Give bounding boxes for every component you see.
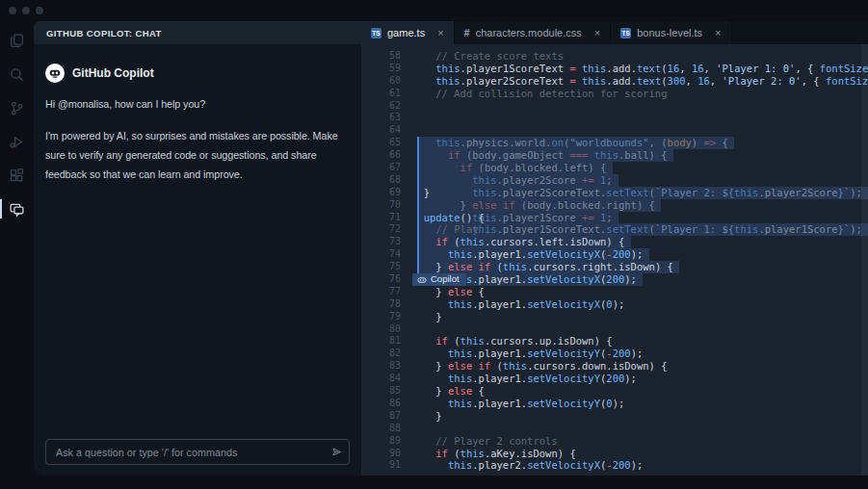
code-line[interactable]: 69 this.player2ScoreText.setText(`Player… [361,187,868,199]
code-line[interactable]: 62 [361,100,868,113]
extensions-icon[interactable] [0,167,34,184]
tab-close-icon[interactable]: × [594,28,600,39]
explorer-icon[interactable] [0,32,34,49]
code-line[interactable]: 73 if (this.cursors.left.isDown) { [361,236,868,248]
code-line[interactable]: 59 this.player1ScoreText = this.add.text… [361,63,868,75]
line-number: 70 [361,199,401,212]
chat-body: GitHub Copilot Hi @monalisa, how can I h… [34,44,361,476]
code-line[interactable]: 65 this.physics.world.on("worldbounds", … [361,137,868,149]
run-debug-icon[interactable] [0,133,34,150]
tab-label: characters.module.css [476,27,582,39]
bot-name: GitHub Copilot [72,66,154,80]
editor-tab-bar: TS game.ts × # characters.module.css × T… [361,21,868,44]
code-line[interactable]: 83 } else if (this.cursors.down.isDown) … [361,360,868,373]
code-line[interactable]: 68 this.player2Score += 1; [361,174,868,187]
code-line[interactable]: 63 [361,112,868,124]
line-number: 89 [361,435,401,448]
css-file-icon: # [464,28,470,39]
copilot-inline-chip: Copilot [412,273,466,286]
code-line[interactable]: 76 this.player1.setVelocityX(200); Copil… [361,273,868,286]
line-number: 62 [361,100,401,113]
code-line[interactable]: 74 this.player1.setVelocityX(-200); [361,248,868,261]
code-line[interactable]: 80 [361,323,868,336]
line-number: 87 [361,410,401,423]
tab-label: bonus-level.ts [637,27,702,39]
chat-disclaimer: I'm powered by AI, so surprises and mist… [45,126,355,184]
line-number: 88 [361,423,401,435]
code-line[interactable]: 91 this.player2.setVelocityX(-200); [361,459,868,472]
typescript-file-icon: TS [371,28,381,39]
chat-input[interactable] [46,447,324,458]
code-line[interactable]: 79 } [361,311,868,323]
send-icon[interactable] [324,440,349,464]
code-line[interactable]: 77 } else { [361,286,868,298]
line-number: 63 [361,112,401,124]
line-number: 83 [361,360,401,373]
code-line[interactable]: 87 } [361,410,868,423]
code-lines: 58 // Create score texts59 this.player1S… [361,50,868,472]
tab-game-ts[interactable]: TS game.ts × [361,21,455,44]
code-line[interactable]: 81 if (this.cursors.up.isDown) { [361,335,868,347]
source-control-icon[interactable] [0,99,34,116]
titlebar [0,0,868,21]
editor-pane: TS game.ts × # characters.module.css × T… [361,21,868,476]
code-editor[interactable]: 58 // Create score texts59 this.player1S… [361,44,868,476]
tab-close-icon[interactable]: × [715,28,721,39]
line-number: 91 [361,459,401,472]
line-number: 80 [361,323,401,336]
code-line[interactable]: 86 this.player1.setVelocityY(0); [361,398,868,410]
window-close-button[interactable] [9,7,16,14]
line-number: 74 [361,248,401,261]
line-number: 68 [361,174,401,187]
line-number: 64 [361,124,401,137]
line-number: 85 [361,385,401,398]
line-number: 71 [361,212,401,224]
line-number: 84 [361,373,401,385]
code-line[interactable]: 64 [361,124,868,137]
line-number: 77 [361,286,401,298]
line-number: 60 [361,75,401,88]
code-line[interactable]: 61 // Add collision detection for scorin… [361,88,868,100]
tab-label: game.ts [387,27,425,39]
line-number: 86 [361,398,401,410]
window-maximize-button[interactable] [36,7,43,14]
line-number: 61 [361,88,401,100]
code-line[interactable]: 82 this.player1.setVelocityY(-200); [361,347,868,360]
line-number: 75 [361,261,401,273]
tab-close-icon[interactable]: × [437,28,443,39]
code-line[interactable]: 84 this.player1.setVelocityY(200); [361,373,868,385]
code-line[interactable]: 72 this.player1ScoreText.setText(`Player… [361,223,868,236]
window-minimize-button[interactable] [22,7,30,14]
editor-scrollbar[interactable] [861,44,868,476]
code-line[interactable]: 90 if (this.aKey.isDown) { [361,448,868,460]
line-number: 58 [361,50,401,63]
tab-bonus-level-ts[interactable]: TS bonus-level.ts × [611,21,731,44]
line-number: 79 [361,311,401,323]
line-number: 78 [361,298,401,311]
code-line[interactable]: 71 this.player1Score += 1; update() { [361,212,868,224]
chat-greeting: Hi @monalisa, how can I help you? [45,98,350,110]
line-number: 72 [361,223,401,236]
line-number: 59 [361,63,401,75]
line-number: 82 [361,347,401,360]
code-line[interactable]: 85 } else { [361,385,868,398]
code-line[interactable]: 75 } else if (this.cursors.right.isDown)… [361,261,868,273]
code-line[interactable]: 70 } else if (body.blocked.right) { [361,199,868,212]
tab-bar-empty-space [732,21,868,44]
code-line[interactable]: 89 // Player 2 controls [361,435,868,448]
line-number: 90 [361,448,401,460]
tab-characters-module-css[interactable]: # characters.module.css × [455,21,612,44]
code-line[interactable]: 67 if (body.blocked.left) { [361,162,868,174]
activity-bar [0,21,34,489]
copilot-avatar [45,64,65,83]
copilot-chat-icon[interactable] [0,200,34,218]
line-number: 73 [361,236,401,248]
code-line[interactable]: 58 // Create score texts [361,50,868,63]
search-icon[interactable] [0,65,34,83]
chat-input-container [45,439,350,465]
code-line[interactable]: 60 this.player2ScoreText = this.add.text… [361,75,868,88]
code-line[interactable]: 88 [361,423,868,435]
line-number: 69 [361,187,401,199]
code-line[interactable]: 78 this.player1.setVelocityX(0); [361,298,868,311]
code-line[interactable]: 66 if (body.gameObject === this.ball) { [361,149,868,162]
